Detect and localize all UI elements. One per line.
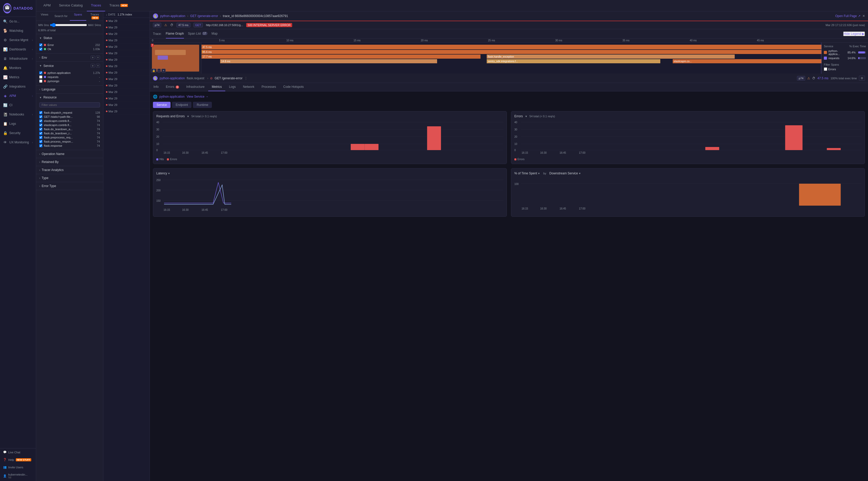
downstream-service-dropdown[interactable]: Downstream Service ▼ xyxy=(550,171,581,175)
table-row[interactable]: Mar 29 xyxy=(103,31,150,37)
view-service-link[interactable]: View Service → xyxy=(187,95,208,98)
table-row[interactable]: Mar 29 xyxy=(103,102,150,108)
filter-header-retained-by[interactable]: › Retained By xyxy=(36,158,103,166)
sidebar-help[interactable]: ❓ Help NEW STUFF xyxy=(0,456,36,463)
table-row[interactable]: Mar 29 xyxy=(103,44,150,50)
metric-tab-endpoint[interactable]: Endpoint xyxy=(172,102,191,108)
sidebar-item-monitors[interactable]: 🔔 Monitors xyxy=(0,63,36,73)
flame-bar-main[interactable]: 47.5 ms xyxy=(202,45,822,49)
span-tab-logs[interactable]: Logs xyxy=(225,83,239,91)
sidebar-item-metrics[interactable]: 📈 Metrics xyxy=(0,73,36,82)
flame-bar-sentry[interactable]: sentry_sdk.integrations.f... xyxy=(487,59,660,63)
table-row[interactable]: Mar 29 xyxy=(103,24,150,31)
table-row[interactable]: Mar 29 xyxy=(103,18,150,24)
elasticapm1-checkbox[interactable] xyxy=(39,119,42,123)
sidebar-item-apm[interactable]: ◈ APM › xyxy=(0,91,36,100)
span-tab-network[interactable]: Network xyxy=(239,83,258,91)
flame-bar-flask-han[interactable]: 17.7 ms xyxy=(202,55,480,59)
filter-header-resource[interactable]: ▼ Resource xyxy=(36,94,103,101)
flask-dispatch-checkbox[interactable] xyxy=(39,111,42,114)
open-full-page-btn[interactable]: Open Full Page ↗ xyxy=(835,14,860,18)
filter-header-service[interactable]: ▼ Service ≡ × xyxy=(36,62,103,70)
requests-checkbox[interactable] xyxy=(39,75,42,78)
sidebar-item-watchdog[interactable]: 🐕 Watchdog xyxy=(0,26,36,35)
pymongo-checkbox[interactable] xyxy=(39,79,42,83)
tab-traces-new[interactable]: Traces NEW xyxy=(105,0,132,11)
elasticapm2-checkbox[interactable] xyxy=(39,124,42,127)
filter-header-env[interactable]: › Env ≡ × xyxy=(36,54,103,62)
get-static-checkbox[interactable] xyxy=(39,115,42,118)
flame-bar-elasticapm[interactable]: elasticapm.co... xyxy=(673,59,822,63)
filter-header-status[interactable]: ▼ Status xyxy=(36,34,103,42)
flame-bar-handle-exception[interactable]: flask.handle_exception xyxy=(487,55,735,59)
error-checkbox[interactable] xyxy=(39,43,42,46)
sidebar-item-security[interactable]: 🔒 Security xyxy=(0,128,36,138)
flame-tab-flamegraph[interactable]: Flame Graph xyxy=(166,29,184,38)
sidebar-invite-users[interactable]: 👥 Invite Users xyxy=(0,463,36,471)
table-row[interactable]: Mar 29 xyxy=(103,63,150,69)
sidebar-item-infrastructure[interactable]: 🖥 Infrastructure › xyxy=(0,54,36,63)
filter-header-operation[interactable]: › Operation Name xyxy=(36,150,103,158)
span-tab-info[interactable]: Info xyxy=(150,83,162,91)
table-row[interactable]: Mar 29 xyxy=(103,83,150,89)
service-filter-btn[interactable]: ≡ xyxy=(91,64,95,68)
sidebar-item-ci[interactable]: 🔄 CI xyxy=(0,100,36,110)
teardown-r-checkbox[interactable] xyxy=(39,132,42,135)
filter-header-tracer-analytics[interactable]: › Tracer Analytics xyxy=(36,166,103,174)
view-tab-spans[interactable]: Spans xyxy=(70,11,87,21)
teardown-a-checkbox[interactable] xyxy=(39,128,42,131)
table-row[interactable]: Mar 29 xyxy=(103,69,150,76)
sidebar-live-chat[interactable]: 💬 Live Chat xyxy=(0,448,36,456)
zoom-out-btn[interactable]: - xyxy=(157,69,161,73)
flame-bar-row4[interactable]: 14.8 ms xyxy=(220,59,437,63)
route-link[interactable]: GET /generate-error xyxy=(190,14,218,18)
flame-tab-spanlist[interactable]: Span List 17 xyxy=(188,29,208,38)
flame-bar-row2[interactable]: 45.6 ms xyxy=(202,50,822,54)
metric-tab-runtime[interactable]: Runtime xyxy=(193,102,212,108)
table-row[interactable]: Mar 29 xyxy=(103,50,150,57)
errors-filter-checkbox[interactable] xyxy=(824,67,827,71)
env-filter-btn[interactable]: ≡ xyxy=(91,56,95,59)
latency-dropdown[interactable]: Latency ▼ xyxy=(156,171,170,175)
metric-tab-service[interactable]: Service xyxy=(153,102,170,108)
search-for-label[interactable]: Search for xyxy=(53,11,70,21)
span-tab-processes[interactable]: Processes xyxy=(258,83,280,91)
view-tab-traces-new[interactable]: Traces NEW xyxy=(86,11,103,21)
python-app-checkbox[interactable] xyxy=(39,71,42,74)
table-row[interactable]: Mar 29 xyxy=(103,108,150,115)
table-row[interactable]: Mar 29 xyxy=(103,76,150,83)
span-tab-metrics[interactable]: Metrics xyxy=(208,83,225,91)
table-row[interactable]: Mar 29 xyxy=(103,95,150,102)
flask-response-checkbox[interactable] xyxy=(39,144,42,147)
flame-tab-map[interactable]: Map xyxy=(212,29,218,38)
tab-traces[interactable]: Traces xyxy=(87,0,105,11)
ok-checkbox[interactable] xyxy=(39,47,42,51)
preprocess-checkbox[interactable] xyxy=(39,136,42,139)
table-row[interactable]: Mar 29 xyxy=(103,57,150,63)
sidebar-item-goto[interactable]: 🔍 Go to... xyxy=(0,17,36,26)
tab-service-catalog[interactable]: Service Catalog xyxy=(55,0,87,11)
filter-header-type[interactable]: › Type xyxy=(36,174,103,182)
duration-slider[interactable] xyxy=(50,23,87,27)
span-tab-code-hotspots[interactable]: Code Hotspots xyxy=(280,83,307,91)
zoom-lock-btn[interactable]: 🔒 xyxy=(151,69,157,73)
filter-header-error-type[interactable]: › Error Type xyxy=(36,182,103,190)
table-row[interactable]: Mar 29 xyxy=(103,89,150,95)
span-tab-infrastructure[interactable]: Infrastructure xyxy=(183,83,208,91)
sidebar-item-service-mgmt[interactable]: ⚙ Service Mgmt › xyxy=(0,35,36,45)
filter-header-language[interactable]: › Language xyxy=(36,86,103,93)
span-tab-errors[interactable]: Errors 5 xyxy=(162,83,183,91)
service-clear-btn[interactable]: × xyxy=(96,64,100,68)
sidebar-user[interactable]: 👤 kuberneteslin... Nil xyxy=(0,471,36,481)
sidebar-item-notebooks[interactable]: 📓 Notebooks › xyxy=(0,110,36,119)
sidebar-item-integrations[interactable]: 🔗 Integrations xyxy=(0,82,36,91)
tab-apm[interactable]: APM xyxy=(39,0,55,11)
resource-search-input[interactable] xyxy=(39,102,100,107)
sidebar-item-ux-monitoring[interactable]: 👁 UX Monitoring › xyxy=(0,138,36,147)
table-row[interactable]: Mar 29 xyxy=(103,37,150,44)
zoom-in-btn[interactable]: + xyxy=(161,69,165,73)
env-clear-btn[interactable]: × xyxy=(96,56,100,59)
time-spent-dropdown[interactable]: % of Time Spent ▼ xyxy=(514,171,540,175)
view-tab-views[interactable]: Views xyxy=(36,11,53,21)
app-name-link[interactable]: python-application xyxy=(160,14,185,18)
